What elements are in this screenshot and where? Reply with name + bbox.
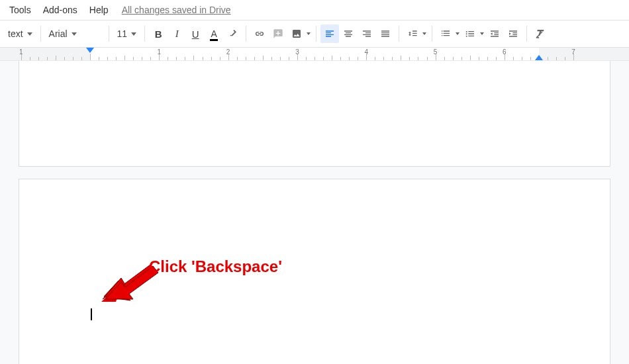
chevron-down-icon (131, 32, 136, 36)
font-label: Arial (49, 28, 68, 39)
text-color-icon: A (211, 28, 217, 39)
chevron-down-icon (307, 32, 311, 35)
align-justify-icon (380, 28, 391, 39)
styles-dropdown[interactable]: text (4, 26, 36, 42)
chevron-down-icon (72, 32, 77, 36)
align-right-icon (362, 28, 372, 39)
align-center-icon (343, 28, 354, 39)
image-icon (291, 28, 302, 39)
separator (399, 26, 399, 42)
align-left-icon (324, 28, 335, 39)
font-size-label: 11 (117, 28, 128, 39)
line-spacing-icon (407, 28, 418, 39)
align-justify-button[interactable] (376, 24, 395, 43)
separator (144, 26, 145, 42)
annotation-text: Click 'Backspace' (149, 257, 282, 276)
ruler[interactable]: 11234567 (0, 48, 629, 61)
menu-tools[interactable]: Tools (5, 2, 35, 18)
chevron-down-icon (480, 32, 484, 35)
menu-bar: Tools Add-ons Help All changes saved in … (0, 0, 629, 20)
text-cursor (91, 308, 92, 320)
toolbar: text Arial 11 B I U A (0, 20, 629, 48)
decrease-indent-button[interactable] (485, 24, 504, 43)
right-indent-marker[interactable] (535, 55, 543, 60)
chevron-down-icon (27, 32, 32, 36)
document-workspace: Click 'Backspace' (0, 61, 629, 364)
styles-label: text (8, 28, 23, 39)
svg-marker-1 (103, 278, 125, 299)
bulleted-list-icon (465, 28, 475, 39)
numbered-list-icon (440, 28, 451, 39)
menu-addons[interactable]: Add-ons (39, 2, 81, 18)
separator (40, 26, 41, 42)
bold-icon: B (155, 28, 162, 40)
underline-button[interactable]: U (186, 24, 205, 43)
insert-comment-button[interactable] (269, 24, 287, 43)
align-center-button[interactable] (339, 24, 358, 43)
align-right-button[interactable] (358, 24, 376, 43)
page-2[interactable]: Click 'Backspace' (19, 179, 610, 364)
highlight-button[interactable] (223, 24, 242, 43)
clear-formatting-button[interactable] (531, 24, 550, 43)
highlight-icon (227, 28, 238, 39)
separator (246, 26, 246, 42)
checklist-button[interactable] (436, 24, 461, 43)
font-size-dropdown[interactable]: 11 (113, 26, 141, 42)
italic-button[interactable]: I (168, 24, 186, 43)
first-line-indent-marker[interactable] (86, 48, 94, 53)
separator (316, 26, 316, 42)
clear-formatting-icon (534, 28, 546, 40)
link-icon (254, 28, 266, 40)
menu-help[interactable]: Help (85, 2, 113, 18)
bulleted-list-button[interactable] (461, 24, 485, 43)
insert-link-button[interactable] (250, 24, 269, 43)
save-status[interactable]: All changes saved in Drive (122, 5, 231, 15)
font-dropdown[interactable]: Arial (45, 26, 105, 42)
page-1[interactable] (19, 61, 610, 167)
decrease-indent-icon (489, 28, 500, 39)
comment-icon (273, 28, 283, 39)
bold-button[interactable]: B (149, 24, 168, 43)
underline-icon: U (192, 28, 199, 40)
line-spacing-button[interactable] (403, 24, 428, 43)
text-color-button[interactable]: A (205, 24, 223, 43)
italic-icon: I (175, 28, 179, 40)
separator (109, 26, 109, 42)
chevron-down-icon (422, 32, 426, 35)
align-left-button[interactable] (320, 24, 339, 43)
separator (432, 26, 432, 42)
increase-indent-button[interactable] (504, 24, 522, 43)
insert-image-button[interactable] (287, 24, 312, 43)
chevron-down-icon (456, 32, 460, 35)
increase-indent-icon (508, 28, 518, 39)
svg-marker-2 (101, 282, 122, 302)
separator (526, 26, 527, 42)
